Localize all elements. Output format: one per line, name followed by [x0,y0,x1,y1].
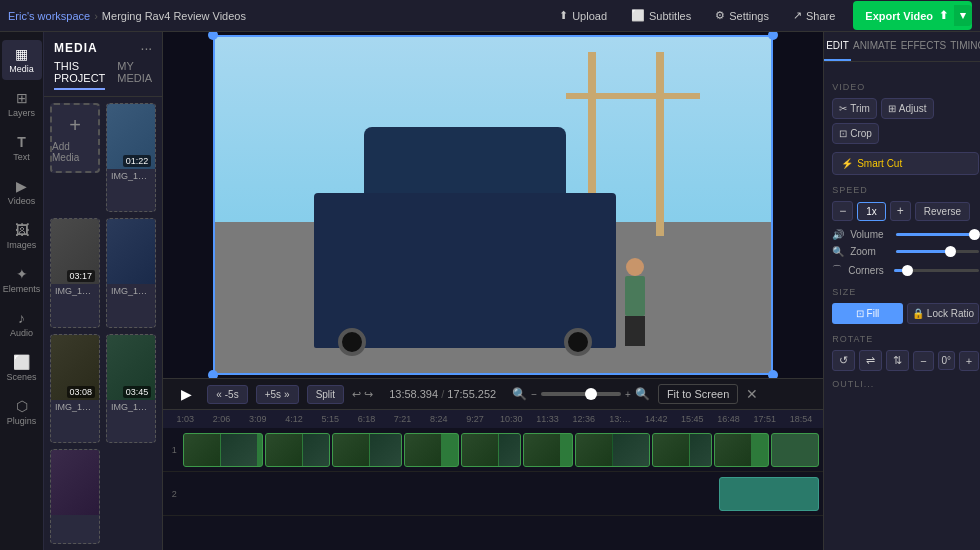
zoom-slider-thumb[interactable] [585,388,597,400]
split-button[interactable]: Split [307,385,344,404]
export-dropdown-arrow[interactable]: ▾ [954,5,972,26]
media-item-1932[interactable]: 03:17 IMG_1932.mp4 [50,218,100,327]
upload-button[interactable]: ⬆ Upload [553,6,613,25]
tab-timing[interactable]: TIMING [948,32,980,61]
ruler-mark-5: 6:18 [348,414,384,424]
sidebar-item-text[interactable]: T Text [2,128,42,168]
lock-ratio-button[interactable]: 🔒 Lock Ratio [907,303,980,324]
zoom-slider[interactable] [541,392,621,396]
sidebar-label-videos: Videos [8,196,35,206]
media-item-1933[interactable]: 01:22 IMG_1933.mp4 [106,103,156,212]
zoom-in-icon[interactable]: 🔍 [635,387,650,401]
preview-canvas[interactable] [213,35,773,375]
volume-row: 🔊 Volume [832,229,979,240]
settings-label: Settings [729,10,769,22]
tab-effects[interactable]: EFFECTS [899,32,949,61]
export-button[interactable]: Export Video ⬆ ▾ [853,1,972,30]
tab-my-media[interactable]: MY MEDIA [117,60,152,90]
workspace-link[interactable]: Eric's workspace [8,10,90,22]
media-item-1935[interactable]: IMG_1935.mp4 [106,218,156,327]
media-more-button[interactable]: ··· [141,40,153,56]
rotate-plus-button[interactable]: + [959,351,979,371]
volume-slider[interactable] [896,233,979,236]
zoom-slider-right[interactable] [896,250,979,253]
sidebar-label-layers: Layers [8,108,35,118]
tab-edit[interactable]: EDIT [824,32,851,61]
tab-this-project[interactable]: THIS PROJECT [54,60,105,90]
timeline[interactable]: 1:03 2:06 3:09 4:12 5:15 6:18 7:21 8:24 … [163,410,823,550]
upload-label: Upload [572,10,607,22]
settings-button[interactable]: ⚙ Settings [709,6,775,25]
clip-3[interactable] [332,433,402,467]
media-item-6[interactable] [50,449,100,544]
sidebar-item-plugins[interactable]: ⬡ Plugins [2,392,42,432]
forward-button[interactable]: +5s » [256,385,299,404]
clip-4[interactable] [404,433,459,467]
ruler-mark-12: 13:… [602,414,638,424]
track-content-1[interactable] [183,431,819,469]
sidebar-item-media[interactable]: ▦ Media [2,40,42,80]
corners-slider[interactable] [894,269,979,272]
rotate-flip-v-button[interactable]: ⇅ [886,350,909,371]
clip-6[interactable] [523,433,573,467]
media-item-1939[interactable]: 03:45 IMG_1939.mp4 [106,334,156,443]
share-label: Share [806,10,835,22]
fill-button[interactable]: ⊡ Fill [832,303,903,324]
track-content-2[interactable] [183,475,819,513]
media-item-1940[interactable]: 03:08 IMG_1940.mp4 [50,334,100,443]
zoom-plus[interactable]: + [625,389,631,400]
share-button[interactable]: ↗ Share [787,6,841,25]
crop-button[interactable]: ⊡ Crop [832,123,879,144]
clip-5[interactable] [461,433,521,467]
media-filename-3: IMG_1935.mp4 [107,284,155,298]
speed-plus-button[interactable]: + [890,201,911,221]
handle-bottom-right[interactable] [768,370,778,378]
clip-8[interactable] [652,433,712,467]
current-time: 13:58.394 / 17:55.252 [389,388,496,400]
play-button[interactable]: ▶ [173,381,199,407]
trim-button[interactable]: ✂ Trim [832,98,877,119]
sidebar-item-elements[interactable]: ✦ Elements [2,260,42,300]
media-panel: MEDIA ··· THIS PROJECT MY MEDIA + Add Me… [44,32,162,550]
speed-minus-button[interactable]: − [832,201,853,221]
structure-beam-2 [656,52,664,236]
tab-animate[interactable]: ANIMATE [851,32,899,61]
clip-9[interactable] [714,433,769,467]
rotate-minus-button[interactable]: − [913,351,933,371]
zoom-icon: 🔍 [832,246,844,257]
handle-bottom-left[interactable] [208,370,218,378]
car-body [314,193,616,348]
media-grid: + Add Media 01:22 IMG_1933.mp4 03:17 [44,97,162,550]
sidebar-item-videos[interactable]: ▶ Videos [2,172,42,212]
fit-screen-button[interactable]: Fit to Screen [658,384,738,404]
sidebar-item-audio[interactable]: ♪ Audio [2,304,42,344]
sidebar-item-images[interactable]: 🖼 Images [2,216,42,256]
corners-thumb[interactable] [902,265,913,276]
rotate-ccw-button[interactable]: ↺ [832,350,855,371]
total-time-value: 17:55.252 [447,388,496,400]
track-label-2: 2 [167,489,181,499]
sidebar-item-layers[interactable]: ⊞ Layers [2,84,42,124]
audio-clip-1[interactable] [719,477,819,511]
add-media-button[interactable]: + Add Media [50,103,100,173]
handle-top-right[interactable] [768,32,778,40]
zoom-out-icon[interactable]: 🔍 [512,387,527,401]
zoom-thumb-right[interactable] [945,246,956,257]
reverse-button[interactable]: Reverse [915,202,970,221]
sidebar-label-elements: Elements [3,284,41,294]
rewind-button[interactable]: « -5s [207,385,247,404]
smart-cut-button[interactable]: ⚡ Smart Cut [832,152,979,175]
topbar: Eric's workspace › Merging Rav4 Review V… [0,0,980,32]
subtitles-button[interactable]: ⬜ Subtitles [625,6,697,25]
clip-10[interactable] [771,433,819,467]
clip-2[interactable] [265,433,330,467]
volume-thumb[interactable] [969,229,980,240]
clip-7[interactable] [575,433,650,467]
rotate-flip-h-button[interactable]: ⇌ [859,350,882,371]
clip-1[interactable] [183,433,263,467]
plugins-icon: ⬡ [16,398,28,414]
close-timeline-button[interactable]: ✕ [746,386,758,402]
sidebar-item-scenes[interactable]: ⬜ Scenes [2,348,42,388]
adjust-button[interactable]: ⊞ Adjust [881,98,934,119]
zoom-minus[interactable]: − [531,389,537,400]
